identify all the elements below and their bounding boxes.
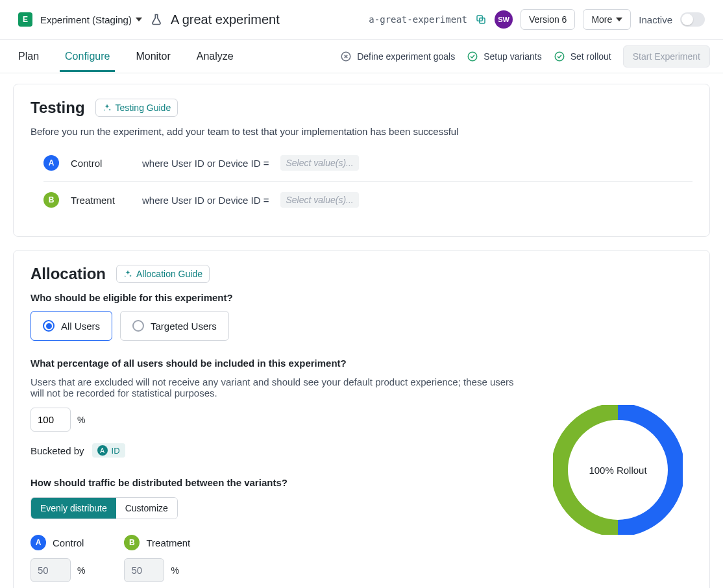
tab-configure[interactable]: Configure [60, 42, 115, 71]
seg-evenly[interactable]: Evenly distribute [31, 498, 116, 519]
where-clause: where User ID or Device ID = [142, 158, 269, 169]
check-rollout-label: Set rollout [570, 51, 611, 62]
tab-monitor[interactable]: Monitor [130, 42, 175, 71]
app-header: E Experiment (Staging) A great experimen… [0, 0, 723, 40]
testing-panel: Testing Testing Guide Before you run the… [13, 84, 710, 237]
eligibility-radios: All Users Targeted Users [31, 311, 692, 341]
allocation-right: 100% Rollout [543, 358, 692, 582]
start-experiment-button[interactable]: Start Experiment [623, 45, 710, 67]
percentage-row: % [31, 408, 524, 432]
dist-percent-row: % [31, 558, 85, 582]
project-name: Experiment (Staging) [40, 14, 132, 25]
flask-icon [150, 13, 163, 26]
dist-head: A Control [31, 535, 85, 550]
radio-targeted-label: Targeted Users [151, 321, 217, 332]
allocation-title: Allocation [31, 265, 106, 283]
svg-point-3 [468, 52, 477, 61]
version-label: Version 6 [529, 14, 567, 25]
bucketed-label: Bucketed by [31, 445, 84, 456]
status-label: Inactive [639, 14, 672, 25]
testing-title: Testing [31, 99, 85, 117]
check-rollout[interactable]: Set rollout [554, 51, 611, 62]
dist-percent-input [31, 558, 71, 582]
sparkle-icon [103, 103, 112, 112]
circle-check-icon [554, 51, 565, 62]
allocation-panel: Allocation Allocation Guide Who should b… [13, 250, 710, 588]
variant-badge-b: B [43, 192, 59, 208]
bucket-chip-icon: A [97, 445, 108, 456]
check-goals[interactable]: Define experiment goals [340, 51, 455, 62]
allocation-guide-button[interactable]: Allocation Guide [116, 265, 210, 283]
variant-badge-a: A [31, 535, 46, 550]
dist-percent-input [124, 558, 164, 582]
check-goals-label: Define experiment goals [357, 51, 455, 62]
tab-analyze[interactable]: Analyze [191, 42, 239, 71]
check-variants[interactable]: Setup variants [467, 51, 542, 62]
percent-suffix: % [77, 415, 85, 425]
radio-all-users[interactable]: All Users [31, 311, 112, 341]
testing-row: B Treatment where User ID or Device ID =… [43, 182, 692, 218]
bucket-chip[interactable]: A ID [92, 443, 125, 458]
percentage-input[interactable] [31, 408, 71, 432]
tab-plan[interactable]: Plan [13, 42, 44, 71]
variant-name: Control [53, 537, 84, 548]
sparkle-icon [123, 269, 132, 278]
chevron-down-icon [616, 18, 622, 21]
percentage-question: What percentage of all users should be i… [31, 358, 524, 369]
radio-circle-icon [132, 320, 144, 332]
chevron-down-icon [136, 18, 142, 21]
bucket-row: Bucketed by A ID [31, 443, 524, 458]
testing-variant-rows: A Control where User ID or Device ID = S… [43, 150, 692, 218]
experiment-slug: a-great-experiment [369, 14, 467, 25]
tab-row: Plan Configure Monitor Analyze Define ex… [0, 40, 723, 73]
percent-suffix: % [77, 565, 85, 576]
dist-col: B Treatment % [124, 535, 190, 582]
header-left: E Experiment (Staging) A great experimen… [18, 12, 360, 27]
allocation-head: Allocation Allocation Guide [31, 265, 692, 283]
version-button[interactable]: Version 6 [521, 9, 575, 30]
dist-col: A Control % [31, 535, 85, 582]
setup-checks: Define experiment goals Setup variants S… [340, 45, 710, 67]
circle-check-icon [467, 51, 478, 62]
variant-badge-a: A [43, 155, 59, 171]
project-selector[interactable]: Experiment (Staging) [40, 14, 142, 25]
more-label: More [591, 14, 612, 25]
radio-all-label: All Users [61, 321, 100, 332]
eligibility-question: Who should be eligible for this experime… [31, 292, 692, 303]
header-right: a-great-experiment SW Version 6 More Ina… [369, 9, 705, 30]
bucket-chip-text: ID [112, 446, 120, 456]
variant-name: Treatment [71, 195, 130, 206]
tabs: Plan Configure Monitor Analyze [13, 42, 239, 71]
variant-badge-b: B [124, 535, 140, 550]
seg-customize[interactable]: Customize [116, 498, 177, 519]
where-clause: where User ID or Device ID = [142, 195, 269, 206]
distribute-question: How should traffic be distributed betwee… [31, 477, 524, 488]
allocation-body: What percentage of all users should be i… [31, 358, 692, 582]
value-selector[interactable]: Select value(s)... [280, 192, 358, 208]
copy-icon[interactable] [475, 14, 487, 25]
testing-head: Testing Testing Guide [31, 99, 692, 117]
testing-guide-label: Testing Guide [116, 103, 171, 113]
svg-point-4 [555, 52, 564, 61]
avatar[interactable]: SW [495, 10, 513, 29]
main-content: Testing Testing Guide Before you run the… [0, 73, 723, 588]
dist-head: B Treatment [124, 535, 190, 550]
rollout-donut: 100% Rollout [553, 405, 683, 535]
donut-center-label: 100% Rollout [553, 405, 683, 535]
percent-suffix: % [171, 565, 178, 576]
more-button[interactable]: More [583, 9, 631, 30]
allocation-left: What percentage of all users should be i… [31, 358, 524, 582]
percentage-subtext: Users that are excluded will not receive… [31, 376, 524, 398]
radio-targeted-users[interactable]: Targeted Users [120, 311, 229, 341]
active-toggle[interactable] [680, 12, 705, 27]
experiment-title[interactable]: A great experiment [171, 12, 280, 27]
dist-percent-row: % [124, 558, 190, 582]
distribute-segmented: Evenly distribute Customize [31, 497, 178, 519]
project-badge: E [18, 12, 32, 27]
check-variants-label: Setup variants [484, 51, 542, 62]
allocation-guide-label: Allocation Guide [136, 269, 202, 279]
testing-row: A Control where User ID or Device ID = S… [43, 150, 692, 182]
testing-guide-button[interactable]: Testing Guide [95, 99, 178, 117]
variant-name: Control [71, 158, 130, 169]
value-selector[interactable]: Select value(s)... [280, 155, 358, 171]
